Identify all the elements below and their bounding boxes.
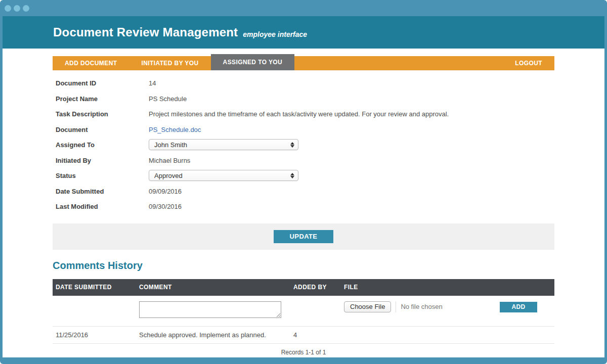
status-selected-value: Approved <box>154 172 183 179</box>
form-row-task-description: Task Description Project milestones and … <box>53 108 554 124</box>
add-comment-button[interactable]: ADD <box>500 302 537 312</box>
status-select[interactable]: Approved <box>149 170 298 181</box>
comment-input[interactable] <box>139 301 281 318</box>
file-cell: Choose File No file chosen ADD <box>341 296 554 326</box>
page-body: ADD DOCUMENT INITIATED BY YOU ASSIGNED T… <box>3 49 604 357</box>
choose-file-button[interactable]: Choose File <box>344 301 391 312</box>
comments-history-heading: Comments History <box>53 260 554 271</box>
project-name-value: PS Schedule <box>149 93 187 103</box>
document-form: Document ID 14 Project Name PS Schedule … <box>53 70 554 216</box>
field-label: Task Description <box>53 108 149 118</box>
column-header-comment: COMMENT <box>136 284 290 291</box>
field-label: Document ID <box>53 77 149 87</box>
tab-initiated-by-you[interactable]: INITIATED BY YOU <box>129 56 210 70</box>
form-row-assigned-to: Assigned To John Smith <box>53 139 554 155</box>
logout-button[interactable]: LOGOUT <box>503 56 554 70</box>
comment-input-row: Choose File No file chosen ADD <box>53 296 554 327</box>
records-count: Records 1-1 of 1 <box>53 344 554 356</box>
tab-add-document[interactable]: ADD DOCUMENT <box>53 56 129 70</box>
field-label: Status <box>53 170 149 179</box>
assigned-to-select[interactable]: John Smith <box>149 139 298 150</box>
comment-text-cell: Schedule approved. Implement as planned. <box>136 327 290 343</box>
column-header-added-by: ADDED BY <box>290 284 341 291</box>
window-control-dot[interactable] <box>23 5 29 12</box>
document-id-value: 14 <box>149 77 156 87</box>
window-chrome-bottom <box>0 357 607 364</box>
form-row-last-modified: Last Modified 09/30/2016 <box>53 201 554 216</box>
column-header-date-submitted: DATE SUBMITTED <box>53 284 136 291</box>
form-row-document-id: Document ID 14 <box>53 77 554 93</box>
field-label: Document <box>53 124 149 133</box>
document-file-link[interactable]: PS_Schedule.doc <box>149 124 201 133</box>
initiated-by-value: Michael Burns <box>149 155 190 164</box>
last-modified-value: 09/30/2016 <box>149 201 182 210</box>
window-control-dot[interactable] <box>14 5 20 12</box>
update-button[interactable]: UPDATE <box>274 230 333 243</box>
field-label: Project Name <box>53 93 149 103</box>
form-footer: UPDATE <box>53 223 554 250</box>
tab-assigned-to-you[interactable]: ASSIGNED TO YOU <box>211 54 295 70</box>
app-window: Document Review Management employee inte… <box>0 0 607 364</box>
form-row-date-submitted: Date Submitted 09/09/2016 <box>53 186 554 201</box>
task-description-value: Project milestones and the timeframe of … <box>149 108 449 118</box>
form-row-document: Document PS_Schedule.doc <box>53 124 554 140</box>
window-titlebar <box>0 0 607 16</box>
page-subtitle: employee interface <box>243 26 307 38</box>
select-stepper-icon <box>290 173 294 178</box>
comment-date-cell: 11/25/2016 <box>53 327 136 343</box>
empty-date-cell <box>53 296 136 326</box>
date-submitted-value: 09/09/2016 <box>149 186 182 195</box>
column-header-file: FILE <box>341 284 554 291</box>
page-title: Document Review Management <box>53 25 238 39</box>
file-input: Choose File No file chosen <box>344 301 443 312</box>
form-row-status: Status Approved <box>53 170 554 186</box>
comment-table-row: 11/25/2016 Schedule approved. Implement … <box>53 327 554 344</box>
main-nav: ADD DOCUMENT INITIATED BY YOU ASSIGNED T… <box>53 56 554 70</box>
field-label: Last Modified <box>53 201 149 210</box>
comments-table: DATE SUBMITTED COMMENT ADDED BY FILE Cho… <box>53 279 554 344</box>
select-stepper-icon <box>290 142 294 148</box>
field-label: Assigned To <box>53 139 149 149</box>
comment-file-cell <box>341 327 554 343</box>
assigned-to-selected-value: John Smith <box>154 141 187 149</box>
form-row-project-name: Project Name PS Schedule <box>53 93 554 109</box>
comments-table-header: DATE SUBMITTED COMMENT ADDED BY FILE <box>53 279 554 296</box>
file-status-text: No file chosen <box>396 301 442 312</box>
comment-cell <box>136 296 290 326</box>
form-row-initiated-by: Initiated By Michael Burns <box>53 155 554 170</box>
empty-added-by-cell <box>290 296 341 326</box>
comment-added-by-cell: 4 <box>290 327 341 343</box>
app-header: Document Review Management employee inte… <box>3 16 604 49</box>
window-control-dot[interactable] <box>5 5 11 12</box>
field-label: Initiated By <box>53 155 149 164</box>
field-label: Date Submitted <box>53 186 149 195</box>
